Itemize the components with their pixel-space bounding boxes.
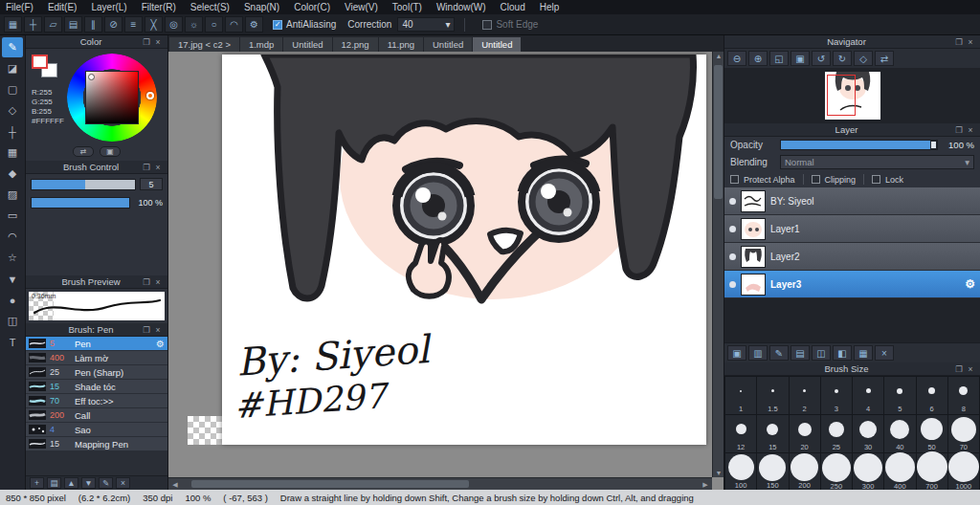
mask-layer-icon[interactable]: ◧ (833, 345, 852, 361)
color-wheel[interactable] (67, 54, 157, 142)
document-tab[interactable]: 17.jpg < c2 > (169, 37, 239, 52)
menu-help[interactable]: Help (540, 2, 560, 12)
swap-colors-icon[interactable]: ⇄ (73, 146, 94, 157)
menu-select[interactable]: Select(S) (190, 2, 230, 12)
vertical-scrollbar[interactable]: ▲ ▼ (712, 52, 724, 477)
flip-horizontal-icon[interactable]: ⇄ (875, 51, 894, 66)
brush-item-eff-toc[interactable]: 70 Eff toc:>> (26, 394, 167, 408)
rotate-reset-icon[interactable]: ◇ (854, 51, 873, 66)
menu-cloud[interactable]: Cloud (501, 2, 525, 12)
horizontal-scroll-thumb[interactable] (191, 480, 469, 488)
brush-item-sao[interactable]: 4 Sao (26, 423, 167, 437)
popout-icon[interactable]: ❐ (141, 163, 152, 172)
protect-alpha-checkbox[interactable] (730, 175, 739, 184)
close-icon[interactable]: × (152, 37, 164, 47)
brush-up-icon[interactable]: ▲ (64, 477, 78, 489)
brush-item-call[interactable]: 200 Call (26, 408, 167, 423)
brush-size-option[interactable]: 1.5 (757, 377, 788, 414)
menu-tool[interactable]: Tool(T) (392, 2, 422, 12)
brush-size-option[interactable]: 25 (821, 415, 852, 452)
magic-wand-tool[interactable]: ☆ (2, 248, 23, 268)
brush-size-option[interactable]: 100 (725, 453, 756, 490)
menu-color[interactable]: Color(C) (294, 2, 330, 12)
close-icon[interactable]: × (965, 125, 976, 135)
delete-brush-icon[interactable]: × (116, 477, 130, 489)
add-brush-icon[interactable]: + (30, 477, 44, 489)
brush-item-pen-sharp[interactable]: 25 Pen (Sharp) (26, 365, 167, 380)
layer-row[interactable]: BY: Siyeol (724, 187, 980, 215)
antialiasing-checkbox[interactable]: ✓ AntiAliasing (273, 19, 336, 30)
rotate-left-icon[interactable]: ↺ (812, 51, 831, 66)
scroll-up-icon[interactable]: ▲ (713, 53, 724, 59)
snap-cross-icon[interactable]: ╳ (145, 16, 163, 33)
divide-tool[interactable]: ◫ (2, 311, 23, 331)
close-icon[interactable]: × (965, 364, 976, 374)
brush-size-option[interactable]: 50 (917, 415, 947, 452)
grid-icon[interactable]: ▤ (64, 16, 82, 33)
convert-layer-icon[interactable]: ▥ (748, 345, 768, 361)
fill-tool[interactable]: ◆ (2, 164, 23, 184)
rotate-right-icon[interactable]: ↻ (833, 51, 852, 66)
brush-item-shade-toc[interactable]: 15 Shade tóc (26, 380, 167, 394)
visibility-icon[interactable] (729, 226, 736, 232)
transform-icon[interactable]: ▱ (44, 16, 62, 33)
brush-size-option[interactable]: 15 (757, 415, 788, 452)
eraser-tool[interactable]: ◪ (2, 58, 23, 78)
popout-icon[interactable]: ❐ (141, 37, 152, 47)
new-layer-icon[interactable]: ▣ (727, 345, 746, 361)
hand-tool[interactable]: ● (2, 290, 23, 310)
lasso-tool[interactable]: ◠ (2, 227, 23, 247)
hue-marker[interactable] (146, 92, 154, 99)
menu-edit[interactable]: Edit(E) (48, 2, 78, 12)
visibility-icon[interactable] (729, 198, 736, 205)
snap-radial-icon[interactable]: ☼ (185, 16, 203, 33)
scroll-right-icon[interactable]: ▶ (700, 481, 711, 489)
snap-parallel-icon[interactable]: ≡ (124, 16, 143, 33)
brush-size-option[interactable]: 30 (853, 415, 883, 452)
brush-size-option[interactable]: 2 (790, 377, 820, 414)
reset-colors-icon[interactable]: ▣ (100, 146, 121, 157)
move-icon[interactable]: ┼ (24, 16, 42, 33)
move-tool[interactable]: ┼ (2, 121, 23, 142)
horizontal-scrollbar[interactable]: ◀ ▶ (168, 477, 712, 490)
popout-icon[interactable]: ❐ (141, 277, 152, 287)
scroll-left-icon[interactable]: ◀ (169, 481, 181, 489)
duplicate-layer-icon[interactable]: ◫ (812, 345, 831, 361)
delete-layer-icon[interactable]: × (875, 345, 894, 361)
snap-vanishing-icon[interactable]: ◎ (165, 16, 183, 33)
brush-size-slider[interactable] (31, 179, 136, 190)
brush-size-option[interactable]: 250 (821, 453, 852, 490)
brush-size-option[interactable]: 300 (853, 453, 883, 490)
document-tab[interactable]: 12.png (333, 37, 378, 52)
menu-filter[interactable]: Filter(R) (142, 2, 176, 12)
document-tab[interactable]: 1.mdp (240, 37, 282, 52)
select-icon[interactable]: ▦ (4, 16, 22, 33)
document-tab[interactable]: 11.png (379, 37, 423, 52)
vertical-scroll-thumb[interactable] (714, 65, 723, 199)
brush-folder-icon[interactable]: ▤ (47, 477, 61, 489)
brush-opacity-slider[interactable] (31, 197, 130, 209)
foreground-color-swatch[interactable] (32, 55, 48, 69)
snap-settings-icon[interactable]: ⚙ (245, 16, 263, 33)
scroll-down-icon[interactable]: ▼ (713, 470, 724, 476)
brush-size-option[interactable]: 6 (917, 377, 947, 414)
document-tab[interactable]: Untitled (283, 37, 331, 52)
zoom-in-icon[interactable]: ⊕ (748, 51, 768, 66)
edit-brush-icon[interactable]: ✎ (99, 477, 113, 489)
brush-size-option[interactable]: 150 (757, 453, 788, 490)
sv-marker[interactable] (88, 74, 95, 80)
close-icon[interactable]: × (152, 277, 164, 287)
navigator-thumbnail[interactable] (825, 72, 880, 120)
popout-icon[interactable]: ❐ (953, 125, 965, 135)
gear-icon[interactable]: ⚙ (156, 339, 165, 349)
clipping-checkbox[interactable] (812, 175, 820, 184)
menu-window[interactable]: Window(W) (436, 2, 486, 12)
new-folder-icon[interactable]: ▤ (791, 345, 810, 361)
brush-size-option[interactable]: 5 (884, 377, 915, 414)
brush-size-option[interactable]: 1 (725, 377, 756, 414)
brush-size-option[interactable]: 700 (917, 453, 947, 490)
popout-icon[interactable]: ❐ (953, 364, 965, 374)
menu-layer[interactable]: Layer(L) (91, 2, 126, 12)
brush-down-icon[interactable]: ▼ (81, 477, 96, 489)
merge-layer-icon[interactable]: ▦ (854, 345, 873, 361)
